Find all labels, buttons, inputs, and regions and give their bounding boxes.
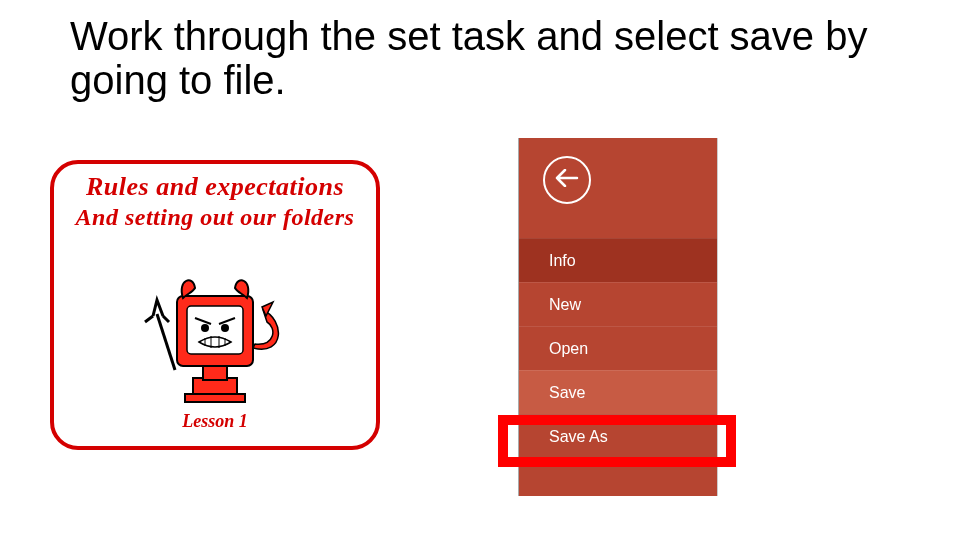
svg-point-8 [221,324,229,332]
menu-item-label: Open [549,340,588,357]
svg-rect-4 [203,366,227,380]
card-title-line1: Rules and expectations [64,172,366,202]
instruction-text: Work through the set task and select sav… [70,14,890,102]
menu-item-new[interactable]: New [519,282,717,326]
card-lesson-label: Lesson 1 [54,411,376,432]
menu-item-label: Save As [549,428,608,445]
svg-line-1 [157,314,175,370]
devil-computer-icon [135,260,295,414]
menu-item-label: Info [549,252,576,269]
file-menu-items: Info New Open Save Save As [519,238,717,444]
menu-item-label: Save [549,384,585,401]
svg-rect-3 [185,394,245,402]
menu-item-info[interactable]: Info [519,238,717,282]
card-title-line2: And setting out our folders [64,204,366,231]
menu-item-save[interactable]: Save [519,370,717,414]
file-menu: Info New Open Save Save As [518,138,718,496]
back-button[interactable] [543,156,591,204]
back-arrow-icon [555,169,579,191]
menu-item-open[interactable]: Open [519,326,717,370]
menu-item-save-as[interactable]: Save As [519,414,717,444]
menu-item-label: New [549,296,581,313]
svg-point-7 [201,324,209,332]
lesson-card: Rules and expectations And setting out o… [50,160,380,450]
